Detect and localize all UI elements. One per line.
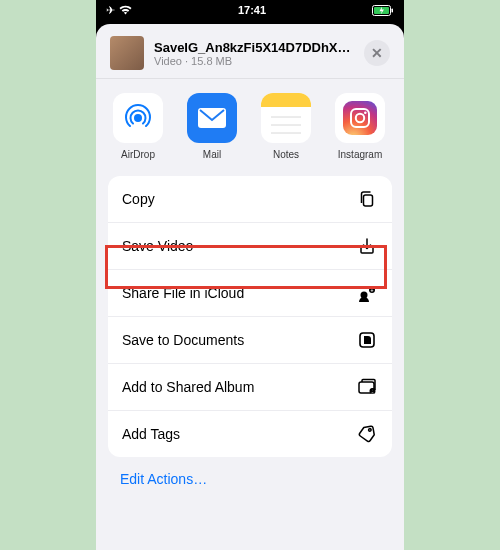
file-subtitle: Video · 15.8 MB — [154, 55, 354, 67]
close-icon: ✕ — [371, 45, 383, 61]
app-label: Notes — [258, 149, 314, 160]
svg-point-18 — [371, 389, 373, 391]
actions-list: Copy Save Video Share — [108, 176, 392, 457]
status-time: 17:41 — [238, 4, 266, 16]
instagram-icon — [335, 93, 385, 143]
icloud-share-icon: + — [356, 282, 378, 304]
svg-point-3 — [134, 114, 142, 122]
file-info: SaveIG_An8kzFi5X14D7DDhXM... Video · 15.… — [154, 40, 354, 67]
svg-point-19 — [368, 428, 371, 431]
mail-icon — [187, 93, 237, 143]
svg-rect-11 — [364, 195, 373, 206]
airplane-icon: ✈ — [106, 4, 115, 17]
file-thumbnail — [110, 36, 144, 70]
action-label: Save to Documents — [122, 332, 244, 348]
action-add-shared-album[interactable]: Add to Shared Album — [108, 363, 392, 410]
edit-actions-link[interactable]: Edit Actions… — [96, 457, 404, 501]
app-airdrop[interactable]: AirDrop — [110, 93, 166, 160]
action-label: Save Video — [122, 238, 193, 254]
svg-point-9 — [356, 114, 364, 122]
download-icon — [356, 235, 378, 257]
app-label: Instagram — [332, 149, 388, 160]
action-label: Add to Shared Album — [122, 379, 254, 395]
battery-icon — [372, 5, 394, 16]
wifi-icon — [119, 5, 132, 15]
svg-rect-8 — [351, 109, 369, 127]
action-share-icloud[interactable]: Share File in iCloud + — [108, 269, 392, 316]
action-add-tags[interactable]: Add Tags — [108, 410, 392, 457]
app-notes[interactable]: Notes — [258, 93, 314, 160]
phone-frame: ✈ 17:41 SaveIG_An8kzFi5X14D7DDhXM... — [96, 0, 404, 550]
action-save-video[interactable]: Save Video — [108, 222, 392, 269]
app-label: AirDrop — [110, 149, 166, 160]
svg-point-10 — [364, 111, 367, 114]
status-right — [372, 5, 394, 16]
close-button[interactable]: ✕ — [364, 40, 390, 66]
svg-text:+: + — [371, 287, 374, 293]
tag-icon — [356, 423, 378, 445]
notes-icon — [261, 93, 311, 143]
action-label: Copy — [122, 191, 155, 207]
status-bar: ✈ 17:41 — [96, 0, 404, 20]
documents-icon — [356, 329, 378, 351]
app-row[interactable]: AirDrop Mail — [96, 79, 404, 176]
file-name: SaveIG_An8kzFi5X14D7DDhXM... — [154, 40, 354, 55]
action-label: Add Tags — [122, 426, 180, 442]
airdrop-icon — [113, 93, 163, 143]
share-sheet: SaveIG_An8kzFi5X14D7DDhXM... Video · 15.… — [96, 24, 404, 550]
shared-album-icon — [356, 376, 378, 398]
app-instagram[interactable]: Instagram — [332, 93, 388, 160]
app-label: Mail — [184, 149, 240, 160]
app-mail[interactable]: Mail — [184, 93, 240, 160]
action-save-documents[interactable]: Save to Documents — [108, 316, 392, 363]
sheet-header: SaveIG_An8kzFi5X14D7DDhXM... Video · 15.… — [96, 24, 404, 78]
copy-icon — [356, 188, 378, 210]
svg-rect-2 — [391, 8, 393, 12]
action-label: Share File in iCloud — [122, 285, 244, 301]
action-copy[interactable]: Copy — [108, 176, 392, 222]
status-left: ✈ — [106, 4, 132, 17]
